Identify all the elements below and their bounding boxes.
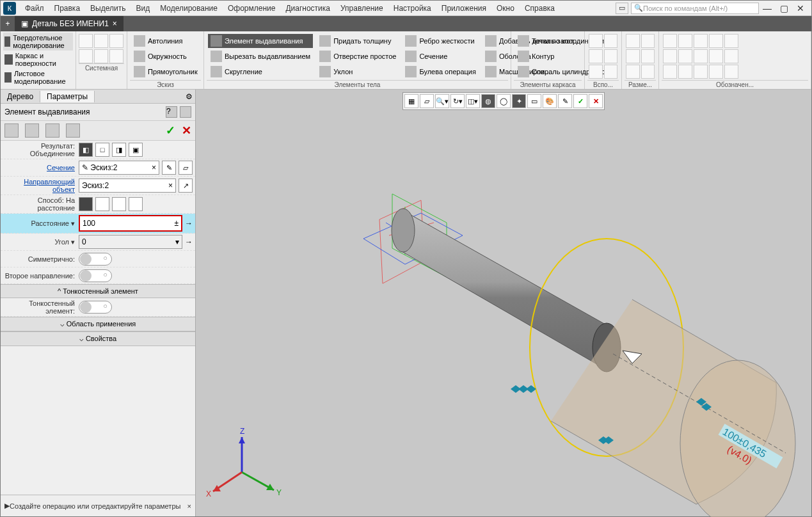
print-icon[interactable] <box>79 49 93 63</box>
op-icon-1[interactable] <box>4 123 19 138</box>
ann-icon-5[interactable] <box>724 34 738 48</box>
props-header[interactable]: Свойства <box>1 331 195 346</box>
method-opt-2[interactable] <box>95 197 109 211</box>
menu-modeling[interactable]: Моделирование <box>155 4 223 13</box>
menu-apps[interactable]: Приложения <box>436 4 491 13</box>
ann-icon-7[interactable] <box>678 49 692 63</box>
dim-icon-6[interactable] <box>641 65 655 79</box>
thinwall-header[interactable]: Тонкостенный элемент <box>1 284 195 298</box>
ann-icon-12[interactable] <box>678 65 692 79</box>
aux-icon-5[interactable] <box>589 65 603 79</box>
op-icon-2[interactable] <box>25 123 39 138</box>
menu-manage[interactable]: Управление <box>335 4 388 13</box>
ann-icon-2[interactable] <box>678 34 692 48</box>
menu-file[interactable]: Файл <box>20 4 49 13</box>
ann-icon-6[interactable] <box>663 49 677 63</box>
method-opt-1[interactable] <box>79 197 93 211</box>
ann-icon-15[interactable] <box>724 65 738 79</box>
layout-icon[interactable]: ▭ <box>616 3 628 14</box>
result-opt-4[interactable]: ▣ <box>129 143 143 157</box>
status-close-icon[interactable]: × <box>187 502 191 510</box>
tab-close-icon[interactable]: × <box>113 19 117 28</box>
tool-hole[interactable]: Отверстие простое <box>317 49 399 63</box>
op-icon-4[interactable] <box>66 123 80 138</box>
new-file-icon[interactable] <box>79 34 93 48</box>
angle-dir-icon[interactable]: → <box>185 237 193 246</box>
tool-circle[interactable]: Окружность <box>131 49 200 63</box>
mode-sheet[interactable]: Листовое моделирование <box>3 68 73 86</box>
tool-spiral[interactable]: Спираль цилиндрическ... <box>515 65 580 79</box>
menu-help[interactable]: Справка <box>520 4 560 13</box>
tool-section[interactable]: Сечение <box>402 49 479 63</box>
section-pick-icon[interactable]: ▱ <box>179 161 193 175</box>
section-input[interactable]: ✎ Эскиз:2× <box>79 161 159 175</box>
tool-contour[interactable]: Контур <box>515 49 580 63</box>
menu-diag[interactable]: Диагностика <box>280 4 335 13</box>
mode-surface[interactable]: Каркас и поверхности <box>3 51 73 68</box>
menu-view[interactable]: Вид <box>131 4 155 13</box>
secdir-toggle[interactable]: ○ <box>79 269 112 282</box>
dim-icon-5[interactable] <box>626 65 640 79</box>
help-icon[interactable]: ? <box>166 106 177 118</box>
ann-icon-14[interactable] <box>709 65 723 79</box>
tool-rib[interactable]: Ребро жесткости <box>402 34 479 48</box>
menu-format[interactable]: Оформление <box>223 4 280 13</box>
ann-icon-8[interactable] <box>694 49 708 63</box>
section-edit-icon[interactable]: ✎ <box>162 161 176 175</box>
ann-icon-13[interactable] <box>694 65 708 79</box>
apply-button[interactable]: ✓ <box>166 123 175 138</box>
command-search[interactable]: 🔍 Поиск по командам (Alt+/) <box>631 3 759 14</box>
thinwall-toggle[interactable]: ○ <box>79 301 112 314</box>
mode-solid[interactable]: Твердотельное моделирование <box>3 33 73 51</box>
aux-icon-2[interactable] <box>604 34 618 48</box>
redo-icon[interactable] <box>109 49 123 63</box>
section-label[interactable]: Сечение <box>3 164 79 171</box>
close-button[interactable]: ✕ <box>792 3 809 13</box>
cancel-button[interactable]: ✕ <box>182 123 191 138</box>
tab-params[interactable]: Параметры <box>40 91 95 102</box>
tool-autoline[interactable]: Автолиния <box>131 34 200 48</box>
maximize-button[interactable]: ▢ <box>776 3 792 13</box>
ann-icon-1[interactable] <box>663 34 677 48</box>
guide-input[interactable]: Эскиз:2× <box>79 179 176 193</box>
distance-input[interactable]: 100± <box>79 215 182 232</box>
method-opt-3[interactable] <box>112 197 126 211</box>
aux-icon-4[interactable] <box>604 49 618 63</box>
ann-icon-10[interactable] <box>724 49 738 63</box>
ann-icon-3[interactable] <box>694 34 708 48</box>
document-tab[interactable]: ▣ Деталь БЕЗ ИМЕНИ1 × <box>15 16 123 31</box>
aux-icon-1[interactable] <box>589 34 603 48</box>
tool-boolean[interactable]: Булева операция <box>402 65 479 79</box>
angle-input[interactable]: 0▾ <box>79 235 182 249</box>
dim-icon-1[interactable] <box>626 34 640 48</box>
menu-settings[interactable]: Настройка <box>388 4 436 13</box>
distance-dir-icon[interactable]: → <box>185 219 193 228</box>
menu-select[interactable]: Выделить <box>85 4 131 13</box>
ann-icon-9[interactable] <box>709 49 723 63</box>
tool-cut-extrude[interactable]: Вырезать выдавливанием <box>208 49 313 63</box>
dim-icon-3[interactable] <box>626 49 640 63</box>
tool-pointcoord[interactable]: Точка по координатам <box>515 34 580 48</box>
tool-draft[interactable]: Уклон <box>317 65 399 79</box>
new-tab-button[interactable]: + <box>1 16 15 31</box>
tool-thicken[interactable]: Придать толщину <box>317 34 399 48</box>
menu-window[interactable]: Окно <box>491 4 520 13</box>
tab-tree[interactable]: Дерево <box>1 91 40 102</box>
aux-icon-6[interactable] <box>604 65 618 79</box>
tool-rect[interactable]: Прямоугольник <box>131 65 200 79</box>
open-file-icon[interactable] <box>94 34 108 48</box>
menu-edit[interactable]: Правка <box>49 4 86 13</box>
ann-icon-4[interactable] <box>709 34 723 48</box>
settings-icon[interactable] <box>180 106 191 118</box>
guide-pick-icon[interactable]: ↗ <box>179 179 193 193</box>
minimize-button[interactable]: — <box>759 3 776 13</box>
tool-fillet[interactable]: Скругление <box>208 65 313 79</box>
save-icon[interactable] <box>109 34 123 48</box>
dim-icon-2[interactable] <box>641 34 655 48</box>
tool-extrude[interactable]: Элемент выдавливания <box>208 34 313 48</box>
guide-label[interactable]: Направляющий объект <box>3 178 79 193</box>
method-opt-4[interactable] <box>129 197 143 211</box>
ann-icon-11[interactable] <box>663 65 677 79</box>
aux-icon-3[interactable] <box>589 49 603 63</box>
result-opt-1[interactable]: ◧ <box>79 143 93 157</box>
